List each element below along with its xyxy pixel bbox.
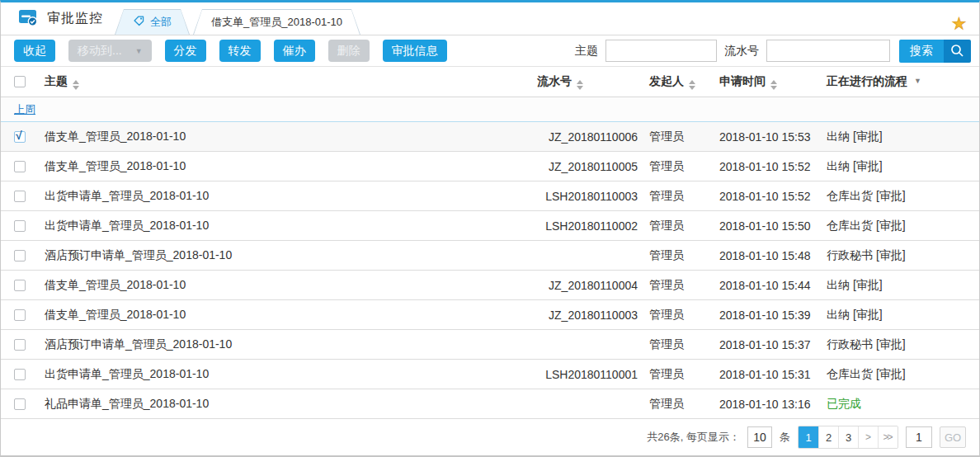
row-checkbox[interactable] xyxy=(14,161,26,172)
toolbar-button: 移动到...▼ xyxy=(68,40,152,62)
table-row[interactable]: 出货申请单_管理员_2018-01-10 LSH20180110002 管理员 … xyxy=(1,211,979,241)
sort-icon xyxy=(577,80,583,90)
select-all-checkbox[interactable] xyxy=(14,76,26,87)
cell-initiator: 管理员 xyxy=(643,337,713,352)
column-header-subject-label: 主题 xyxy=(45,74,68,87)
toolbar-button-label: 分发 xyxy=(174,44,197,59)
column-header-process[interactable]: 正在进行的流程▼ xyxy=(820,74,979,89)
row-checkbox[interactable] xyxy=(14,280,26,291)
table-row[interactable]: 酒店预订申请单_管理员_2018-01-10 管理员 2018-01-10 15… xyxy=(1,241,979,271)
row-checkbox[interactable] xyxy=(14,191,26,202)
cell-initiator: 管理员 xyxy=(643,248,713,263)
cell-serial: JZ_20180110004 xyxy=(519,279,643,292)
approval-monitor-window: 审批监控 全部借支单_管理员_2018-01-10 ★ 收起移动到...▼分发转… xyxy=(0,0,980,457)
tab-all[interactable]: 全部 xyxy=(115,9,190,35)
cell-serial: LSH20180110001 xyxy=(519,368,643,381)
toolbar-button[interactable]: 分发 xyxy=(165,40,206,62)
search-button[interactable]: 搜索 xyxy=(899,40,971,63)
tab-label: 借支单_管理员_2018-01-10 xyxy=(211,15,342,30)
cell-apply-time: 2018-01-10 15:52 xyxy=(713,190,820,203)
last-page-button[interactable]: >> xyxy=(878,426,898,448)
tag-icon xyxy=(133,15,145,30)
cell-initiator: 管理员 xyxy=(643,130,713,144)
page-button-2[interactable]: 2 xyxy=(818,426,838,448)
cell-serial: JZ_20180110003 xyxy=(519,309,643,322)
cell-process: 仓库出货 [审批] xyxy=(820,367,979,382)
tab-document[interactable]: 借支单_管理员_2018-01-10 xyxy=(193,9,360,35)
subject-filter-label: 主题 xyxy=(575,44,598,59)
row-checkbox[interactable] xyxy=(14,309,26,321)
subject-filter-input[interactable] xyxy=(605,40,717,62)
toolbar-buttons: 收起移动到...▼分发转发催办删除审批信息 xyxy=(14,40,447,62)
cell-apply-time: 2018-01-10 15:44 xyxy=(713,279,820,292)
cell-subject: 借支单_管理员_2018-01-10 xyxy=(38,159,519,174)
row-checkbox[interactable] xyxy=(14,339,26,351)
cell-subject: 借支单_管理员_2018-01-10 xyxy=(38,278,519,293)
page-button-1[interactable]: 1 xyxy=(799,426,818,448)
pagination-bar: 共26条, 每页显示： 条 123>>> GO xyxy=(1,419,979,455)
column-header-initiator[interactable]: 发起人 xyxy=(643,74,713,90)
column-header-apply-time-label: 申请时间 xyxy=(719,74,766,87)
goto-page-input[interactable] xyxy=(906,426,932,448)
cell-initiator: 管理员 xyxy=(643,189,713,204)
toolbar-button-label: 收起 xyxy=(23,44,46,59)
go-button[interactable]: GO xyxy=(940,426,966,448)
cell-subject: 借支单_管理员_2018-01-10 xyxy=(38,308,519,323)
total-count-text: 共26条, 每页显示： xyxy=(647,430,740,445)
row-checkbox[interactable] xyxy=(14,398,26,410)
group-label-link[interactable]: 上周 xyxy=(14,102,35,117)
table-row[interactable]: 礼品申请单_管理员_2018-01-10 管理员 2018-01-10 13:1… xyxy=(1,389,979,419)
sort-icon xyxy=(73,80,79,90)
cell-process: 出纳 [审批] xyxy=(820,308,979,323)
toolbar: 收起移动到...▼分发转发催办删除审批信息 主题 流水号 搜索 xyxy=(1,35,979,67)
column-header-serial[interactable]: 流水号 xyxy=(519,74,643,90)
row-checkbox[interactable] xyxy=(14,131,26,143)
page-size-input[interactable] xyxy=(747,426,772,448)
star-icon[interactable]: ★ xyxy=(952,16,966,31)
cell-process: 仓库出货 [审批] xyxy=(820,189,979,204)
toolbar-button-label: 转发 xyxy=(229,44,252,59)
column-header-subject[interactable]: 主题 xyxy=(38,74,519,90)
filter-caret-icon: ▼ xyxy=(914,77,921,85)
table-row[interactable]: 出货申请单_管理员_2018-01-10 LSH20180110001 管理员 … xyxy=(1,360,979,389)
toolbar-button[interactable]: 收起 xyxy=(14,40,55,62)
row-checkbox[interactable] xyxy=(14,250,26,261)
table-row[interactable]: 酒店预订申请单_管理员_2018-01-10 管理员 2018-01-10 15… xyxy=(1,330,979,360)
sort-icon xyxy=(770,80,777,90)
next-page-button[interactable]: > xyxy=(858,426,878,448)
cell-apply-time: 2018-01-10 13:16 xyxy=(713,398,820,411)
toolbar-button[interactable]: 审批信息 xyxy=(383,40,447,62)
serial-filter-label: 流水号 xyxy=(724,44,759,59)
toolbar-button[interactable]: 催办 xyxy=(274,40,315,62)
row-checkbox[interactable] xyxy=(14,220,26,232)
column-header-apply-time[interactable]: 申请时间 xyxy=(713,74,820,90)
cell-initiator: 管理员 xyxy=(643,367,713,382)
cell-process: 出纳 [审批] xyxy=(820,130,979,144)
serial-filter-input[interactable] xyxy=(766,40,890,62)
table-row[interactable]: 借支单_管理员_2018-01-10 JZ_20180110004 管理员 20… xyxy=(1,271,979,300)
toolbar-button-label: 移动到... xyxy=(78,44,122,59)
toolbar-button: 删除 xyxy=(328,40,370,62)
table-row[interactable]: 借支单_管理员_2018-01-10 JZ_20180110005 管理员 20… xyxy=(1,152,979,181)
row-checkbox[interactable] xyxy=(14,369,26,380)
table-header-row: 主题 流水号 发起人 申请时间 正在进行的流程▼ xyxy=(1,67,979,97)
approval-monitor-icon xyxy=(17,7,39,30)
cell-process: 行政秘书 [审批] xyxy=(820,248,979,263)
header-bar: 审批监控 全部借支单_管理员_2018-01-10 ★ xyxy=(1,2,979,35)
cell-initiator: 管理员 xyxy=(643,397,713,412)
table-row[interactable]: 借支单_管理员_2018-01-10 JZ_20180110003 管理员 20… xyxy=(1,300,979,330)
toolbar-button[interactable]: 转发 xyxy=(219,40,261,62)
page-button-3[interactable]: 3 xyxy=(838,426,858,448)
cell-process: 仓库出货 [审批] xyxy=(820,219,979,233)
table-row[interactable]: 出货申请单_管理员_2018-01-10 LSH20180110003 管理员 … xyxy=(1,181,979,211)
cell-apply-time: 2018-01-10 15:39 xyxy=(713,309,820,322)
cell-serial: LSH20180110002 xyxy=(519,219,643,233)
cell-initiator: 管理员 xyxy=(643,159,713,174)
column-header-initiator-label: 发起人 xyxy=(649,74,684,87)
cell-subject: 酒店预订申请单_管理员_2018-01-10 xyxy=(38,248,519,263)
cell-apply-time: 2018-01-10 15:52 xyxy=(713,160,820,173)
cell-process: 已完成 xyxy=(820,397,979,412)
toolbar-button-label: 催办 xyxy=(283,44,306,59)
sort-icon xyxy=(689,80,695,90)
table-row[interactable]: 借支单_管理员_2018-01-10 JZ_20180110006 管理员 20… xyxy=(1,122,979,152)
